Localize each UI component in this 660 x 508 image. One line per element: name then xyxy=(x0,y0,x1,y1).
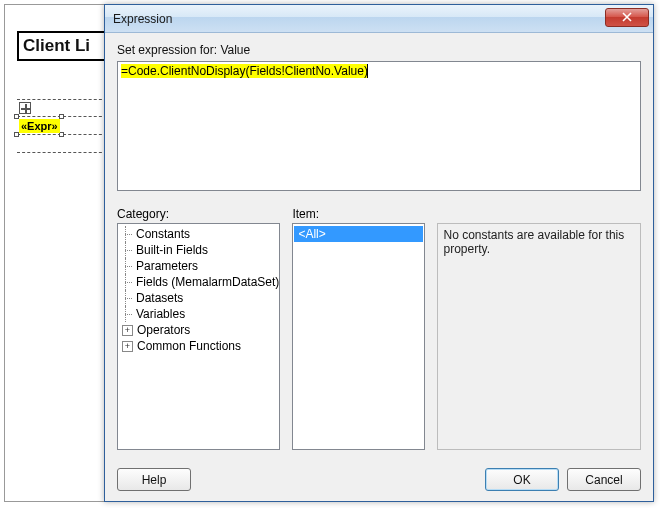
tree-label: Constants xyxy=(134,227,190,241)
tree-label: Operators xyxy=(135,323,190,337)
tree-label: Common Functions xyxy=(135,339,241,353)
description-label-spacer xyxy=(437,207,642,221)
item-label: Item: xyxy=(292,207,424,221)
tree-item-parameters[interactable]: Parameters xyxy=(118,258,279,274)
tree-label: Parameters xyxy=(134,259,198,273)
tree-line-icon xyxy=(122,274,134,290)
ok-button-label: OK xyxy=(513,473,530,487)
close-icon xyxy=(622,11,632,25)
description-box: No constants are available for this prop… xyxy=(437,223,642,450)
close-button[interactable] xyxy=(605,8,649,27)
report-rows: «Expr» xyxy=(17,99,107,153)
description-column: No constants are available for this prop… xyxy=(437,207,642,450)
report-title-cell: Client Li xyxy=(17,31,107,61)
category-column: Category: Constants Built-in Fields Para… xyxy=(117,207,280,450)
expand-icon[interactable]: + xyxy=(122,341,133,352)
tree-line-icon xyxy=(122,242,134,258)
tree-label: Variables xyxy=(134,307,185,321)
tree-item-fields[interactable]: Fields (MemalarmDataSet) xyxy=(118,274,279,290)
category-label: Category: xyxy=(117,207,280,221)
tree-item-operators[interactable]: + Operators xyxy=(118,322,279,338)
expression-dialog: Expression Set expression for: Value =Co… xyxy=(104,4,654,502)
expression-placeholder-cell[interactable]: «Expr» xyxy=(19,119,60,133)
set-expression-label: Set expression for: Value xyxy=(117,43,641,57)
item-listbox[interactable]: <All> xyxy=(292,223,424,450)
help-button-label: Help xyxy=(142,473,167,487)
report-row-selected[interactable]: «Expr» xyxy=(17,117,107,135)
lists-row: Category: Constants Built-in Fields Para… xyxy=(117,207,641,450)
expand-icon[interactable]: + xyxy=(122,325,133,336)
text-caret xyxy=(367,64,368,78)
tree-item-datasets[interactable]: Datasets xyxy=(118,290,279,306)
tree-label: Datasets xyxy=(134,291,183,305)
cancel-button-label: Cancel xyxy=(585,473,622,487)
resize-handle[interactable] xyxy=(59,114,64,119)
tree-line-icon xyxy=(122,290,134,306)
tree-item-constants[interactable]: Constants xyxy=(118,226,279,242)
tree-label: Built-in Fields xyxy=(134,243,208,257)
dialog-body: Set expression for: Value =Code.ClientNo… xyxy=(105,33,653,460)
move-handle-icon[interactable] xyxy=(19,102,31,114)
tree-item-builtin[interactable]: Built-in Fields xyxy=(118,242,279,258)
tree-line-icon xyxy=(122,258,134,274)
titlebar[interactable]: Expression xyxy=(105,5,653,33)
cancel-button[interactable]: Cancel xyxy=(567,468,641,491)
item-all-selected[interactable]: <All> xyxy=(294,226,422,242)
expression-text: =Code.ClientNoDisplay(Fields!ClientNo.Va… xyxy=(121,64,368,78)
tree-line-icon xyxy=(122,226,134,242)
report-row xyxy=(17,135,107,153)
tree-line-icon xyxy=(122,306,134,322)
expression-textarea[interactable]: =Code.ClientNoDisplay(Fields!ClientNo.Va… xyxy=(117,61,641,191)
dialog-title: Expression xyxy=(113,12,172,26)
ok-button[interactable]: OK xyxy=(485,468,559,491)
tree-label: Fields (MemalarmDataSet) xyxy=(134,275,279,289)
description-text: No constants are available for this prop… xyxy=(444,228,625,256)
category-tree[interactable]: Constants Built-in Fields Parameters Fie… xyxy=(117,223,280,450)
report-title-text: Client Li xyxy=(23,36,90,56)
dialog-button-row: Help OK Cancel xyxy=(105,460,653,501)
help-button[interactable]: Help xyxy=(117,468,191,491)
tree-item-common-functions[interactable]: + Common Functions xyxy=(118,338,279,354)
item-column: Item: <All> xyxy=(292,207,424,450)
tree-item-variables[interactable]: Variables xyxy=(118,306,279,322)
